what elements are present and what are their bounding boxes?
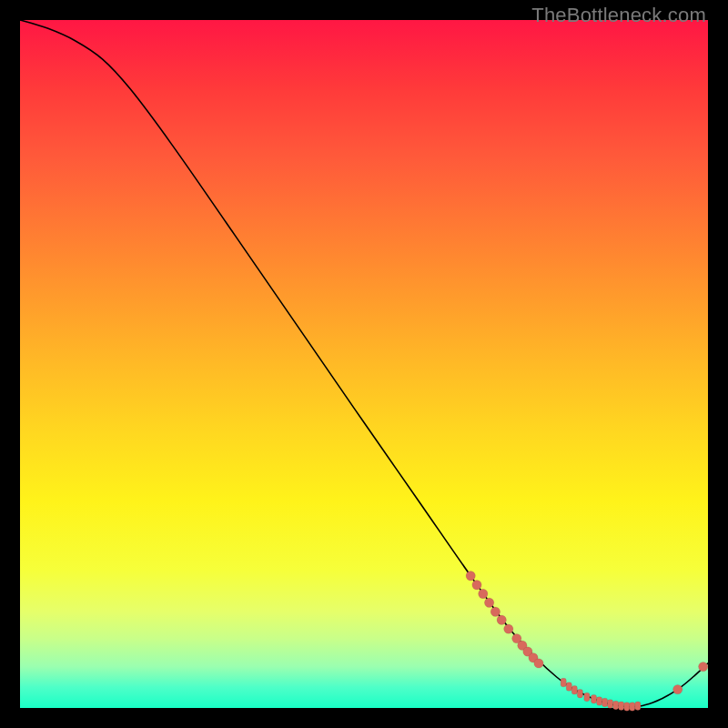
data-point bbox=[534, 659, 543, 668]
data-point bbox=[490, 607, 500, 616]
data-tick bbox=[591, 694, 596, 703]
data-point bbox=[504, 624, 513, 633]
data-tick bbox=[619, 702, 624, 711]
data-tick bbox=[608, 700, 613, 709]
data-tick bbox=[584, 693, 590, 702]
data-point bbox=[479, 589, 488, 598]
data-tick bbox=[571, 686, 577, 695]
data-point bbox=[472, 581, 481, 590]
data-tick bbox=[561, 678, 566, 687]
data-point bbox=[699, 662, 708, 671]
data-tick bbox=[602, 698, 608, 707]
data-tick bbox=[630, 703, 635, 712]
data-point bbox=[484, 598, 493, 607]
bottleneck-curve bbox=[20, 20, 708, 707]
curve-data-points bbox=[466, 571, 708, 712]
data-tick bbox=[624, 703, 630, 712]
data-tick bbox=[597, 697, 602, 706]
chart-stage: TheBottleneck.com bbox=[0, 0, 728, 728]
data-tick bbox=[635, 702, 641, 711]
data-tick bbox=[613, 701, 619, 710]
data-point bbox=[673, 684, 682, 693]
data-tick bbox=[566, 682, 571, 692]
data-point bbox=[497, 615, 506, 624]
chart-overlay bbox=[20, 20, 708, 708]
data-point bbox=[466, 571, 475, 581]
data-tick bbox=[577, 689, 582, 698]
